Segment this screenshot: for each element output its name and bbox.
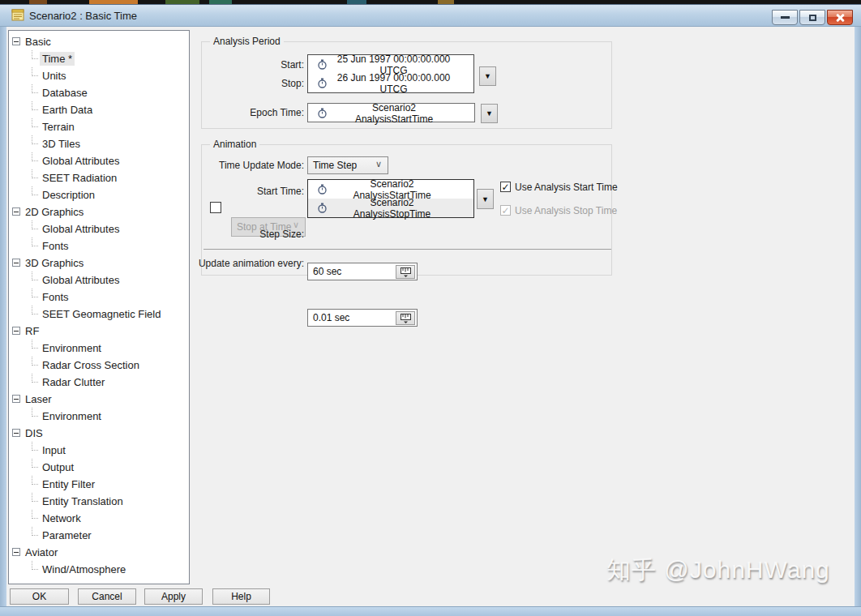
sidebar-item[interactable]: DIS — [9, 425, 189, 442]
sidebar-item-label: Environment — [40, 341, 104, 355]
close-button[interactable] — [827, 10, 853, 25]
tree-collapse-icon[interactable] — [12, 429, 20, 437]
sidebar-item[interactable]: SEET Radiation — [9, 169, 189, 186]
update-every-units-button[interactable] — [396, 311, 415, 325]
start-label: Start: — [203, 59, 304, 71]
analysis-period-legend: Analysis Period — [210, 36, 284, 47]
sidebar-item[interactable]: Radar Clutter — [9, 374, 189, 391]
sidebar-item[interactable]: Database — [9, 84, 189, 101]
window-border-right — [855, 27, 861, 606]
use-analysis-stop-checkbox[interactable]: ✓ — [500, 205, 511, 216]
sidebar-item[interactable]: Global Attributes — [9, 272, 189, 289]
sidebar-item[interactable]: 3D Tiles — [9, 135, 189, 152]
sidebar-item[interactable]: Aviator — [9, 544, 189, 561]
sidebar-item[interactable]: Time * — [9, 50, 189, 67]
tree-collapse-icon[interactable] — [12, 395, 20, 403]
sidebar-item[interactable]: Laser — [9, 391, 189, 408]
restore-icon — [809, 15, 816, 21]
epoch-dropdown-button[interactable]: ▼ — [481, 104, 498, 123]
minimize-button[interactable] — [772, 10, 798, 25]
anim-stop-time-field[interactable]: Scenario2 AnalysisStopTime — [308, 199, 473, 217]
update-every-field[interactable]: 0.01 sec — [307, 309, 418, 327]
chevron-down-icon: ∨ — [375, 159, 382, 169]
update-every-value: 0.01 sec — [313, 312, 349, 323]
tree-connector — [32, 50, 38, 59]
dropdown-arrow-icon: ▼ — [482, 195, 489, 203]
sidebar-item-label: Global Attributes — [40, 273, 122, 287]
epoch-time-label: Epoch Time: — [203, 107, 304, 118]
sidebar-item-label: Aviator — [23, 545, 60, 559]
tree-collapse-icon[interactable] — [12, 37, 20, 45]
anim-time-dropdown-button[interactable]: ▼ — [477, 189, 494, 209]
stop-time-value: 26 Jun 1997 00:00:00.000 UTCG — [335, 72, 473, 95]
tree-collapse-icon[interactable] — [12, 327, 20, 335]
sidebar-item[interactable]: Terrain — [9, 118, 189, 135]
sidebar-item[interactable]: Earth Data — [9, 101, 189, 118]
sidebar-item[interactable]: SEET Geomagnetic Field — [9, 306, 189, 323]
sidebar-item[interactable]: 2D Graphics — [9, 203, 189, 220]
sidebar-item[interactable]: Entity Filter — [9, 476, 189, 493]
stop-time-field[interactable]: 26 Jun 1997 00:00:00.000 UTCG — [308, 74, 473, 92]
start-stop-dropdown-button[interactable]: ▼ — [479, 66, 496, 86]
restore-button[interactable] — [799, 10, 825, 25]
tree-connector — [32, 272, 38, 280]
sidebar-item-label: Network — [40, 511, 84, 525]
stopwatch-icon — [318, 203, 327, 213]
tree-connector — [32, 289, 38, 297]
help-button[interactable]: Help — [212, 588, 270, 605]
sidebar-item-label: Global Attributes — [40, 222, 122, 236]
step-size-units-button[interactable] — [396, 265, 415, 279]
ok-button[interactable]: OK — [10, 588, 69, 605]
anim-start-stop-timebox: Scenario2 AnalysisStartTime Scenario2 An… — [307, 179, 474, 218]
sidebar-item[interactable]: Radar Cross Section — [9, 357, 189, 374]
tree-connector — [32, 340, 38, 349]
tree-connector — [32, 527, 38, 536]
animation-divider — [203, 249, 611, 250]
time-update-mode-select[interactable]: Time Step ∨ — [307, 156, 388, 174]
sidebar-item[interactable]: Global Attributes — [9, 152, 189, 169]
sidebar-item[interactable]: Fonts — [9, 237, 189, 255]
sidebar-item[interactable]: Input — [9, 442, 189, 459]
use-analysis-start-checkbox[interactable]: ✓ — [500, 182, 511, 192]
sidebar-item[interactable]: RF — [9, 323, 189, 340]
sidebar-item[interactable]: Fonts — [9, 289, 189, 306]
stop-label: Stop: — [203, 78, 304, 89]
animation-legend: Animation — [210, 139, 259, 150]
cancel-button[interactable]: Cancel — [78, 588, 136, 605]
tree-connector — [32, 408, 38, 417]
sidebar-item[interactable]: Entity Translation — [9, 493, 189, 510]
tree-collapse-icon[interactable] — [12, 259, 20, 267]
sidebar-item[interactable]: Global Attributes — [9, 220, 189, 237]
sidebar-item-label: SEET Radiation — [40, 171, 119, 185]
sidebar-item[interactable]: Network — [9, 510, 189, 527]
minimize-icon — [781, 16, 790, 19]
sidebar-item-label: Basic — [23, 35, 54, 49]
sidebar-item[interactable]: Description — [9, 186, 189, 203]
time-update-mode-value: Time Step — [313, 160, 357, 171]
sidebar-item[interactable]: Environment — [9, 408, 189, 425]
stop-at-time-checkbox[interactable] — [210, 202, 221, 213]
sidebar-item-label: Terrain — [40, 120, 77, 134]
sidebar-item[interactable]: Units — [9, 67, 189, 84]
sidebar-item-label: Input — [40, 443, 68, 457]
step-size-label: Step Size: — [203, 229, 304, 240]
tree-connector — [32, 152, 38, 161]
sidebar-item-label: SEET Geomagnetic Field — [40, 307, 163, 321]
sidebar-item[interactable]: Wind/Atmosphere — [9, 561, 189, 578]
epoch-time-field[interactable]: Scenario2 AnalysisStartTime — [307, 103, 475, 122]
sidebar-item[interactable]: Environment — [9, 340, 189, 357]
sidebar-item-label: Fonts — [40, 290, 71, 304]
tree-collapse-icon[interactable] — [12, 207, 20, 216]
sidebar-item[interactable]: Output — [9, 459, 189, 476]
tree-connector — [32, 169, 38, 178]
sidebar-item[interactable]: Basic — [9, 33, 189, 50]
watermark: 知乎 @JohnHWang — [606, 554, 830, 587]
tree-collapse-icon[interactable] — [12, 548, 20, 556]
tree-connector — [32, 357, 38, 366]
sidebar-item[interactable]: Parameter — [9, 527, 189, 544]
apply-button[interactable]: Apply — [144, 588, 203, 605]
sidebar-item[interactable]: 3D Graphics — [9, 255, 189, 272]
dropdown-arrow-icon: ▼ — [484, 72, 491, 80]
step-size-field[interactable]: 60 sec — [307, 263, 418, 280]
window-border-left — [0, 27, 6, 606]
